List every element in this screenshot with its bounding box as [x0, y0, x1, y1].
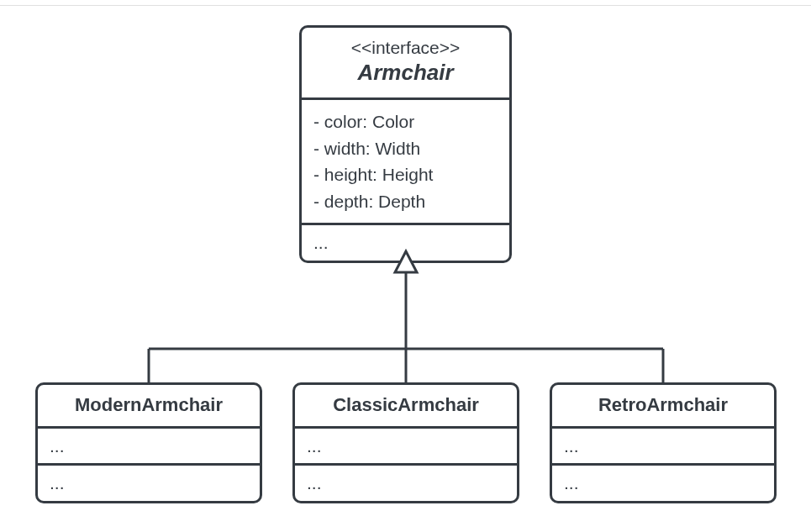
interface-methods-placeholder: ...	[313, 233, 329, 252]
class-attrs: ...	[295, 426, 517, 464]
class-attrs: ...	[552, 426, 774, 464]
class-attrs-placeholder: ...	[307, 436, 322, 456]
class-methods-placeholder: ...	[564, 473, 579, 492]
class-name: RetroArmchair	[564, 393, 762, 418]
interface-methods: ...	[302, 223, 509, 261]
class-attrs-placeholder: ...	[564, 436, 579, 456]
interface-attr: - width: Width	[313, 135, 498, 162]
class-modern-armchair-box: ModernArmchair ... ...	[35, 382, 262, 503]
class-header: ClassicArmchair	[295, 385, 517, 426]
interface-attr: - color: Color	[313, 108, 498, 135]
class-methods: ...	[38, 463, 260, 501]
interface-armchair-box: <<interface>> Armchair - color: Color - …	[299, 25, 512, 263]
class-name: ClassicArmchair	[307, 393, 505, 418]
uml-diagram-canvas: <<interface>> Armchair - color: Color - …	[0, 0, 811, 532]
interface-header: <<interface>> Armchair	[302, 28, 509, 97]
class-header: ModernArmchair	[38, 385, 260, 426]
interface-stereotype: <<interface>>	[313, 36, 498, 59]
class-header: RetroArmchair	[552, 385, 774, 426]
interface-attr: - height: Height	[313, 161, 498, 188]
class-methods-placeholder: ...	[307, 473, 322, 492]
class-methods: ...	[552, 463, 774, 501]
class-retro-armchair-box: RetroArmchair ... ...	[550, 382, 777, 503]
class-methods-placeholder: ...	[50, 473, 65, 492]
class-attrs: ...	[38, 426, 260, 464]
interface-attributes: - color: Color - width: Width - height: …	[302, 97, 509, 223]
interface-name: Armchair	[313, 59, 498, 87]
class-attrs-placeholder: ...	[50, 436, 65, 456]
class-methods: ...	[295, 463, 517, 501]
class-classic-armchair-box: ClassicArmchair ... ...	[292, 382, 519, 503]
class-name: ModernArmchair	[50, 393, 248, 418]
interface-attr: - depth: Depth	[313, 188, 498, 215]
